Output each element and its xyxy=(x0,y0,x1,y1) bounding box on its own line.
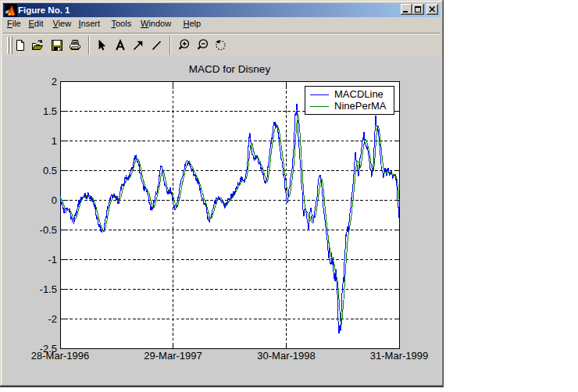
svg-text:2: 2 xyxy=(52,76,57,87)
svg-text:28-Mar-1996: 28-Mar-1996 xyxy=(31,350,89,362)
svg-text:0: 0 xyxy=(52,194,57,206)
svg-text:-1.5: -1.5 xyxy=(40,283,57,295)
svg-text:1.5: 1.5 xyxy=(43,105,57,117)
svg-text:-1: -1 xyxy=(48,254,57,265)
svg-text:NinePerMA: NinePerMA xyxy=(334,100,387,112)
svg-text:-2: -2 xyxy=(48,313,57,325)
svg-text:29-Mar-1997: 29-Mar-1997 xyxy=(144,350,202,362)
svg-text:MACD for Disney: MACD for Disney xyxy=(189,63,271,75)
svg-text:30-Mar-1998: 30-Mar-1998 xyxy=(257,350,315,362)
svg-text:31-Mar-1999: 31-Mar-1999 xyxy=(370,350,428,362)
svg-text:0.5: 0.5 xyxy=(43,165,57,176)
svg-text:MACDLine: MACDLine xyxy=(334,88,384,100)
svg-text:-0.5: -0.5 xyxy=(40,224,57,236)
svg-text:1: 1 xyxy=(52,135,57,147)
